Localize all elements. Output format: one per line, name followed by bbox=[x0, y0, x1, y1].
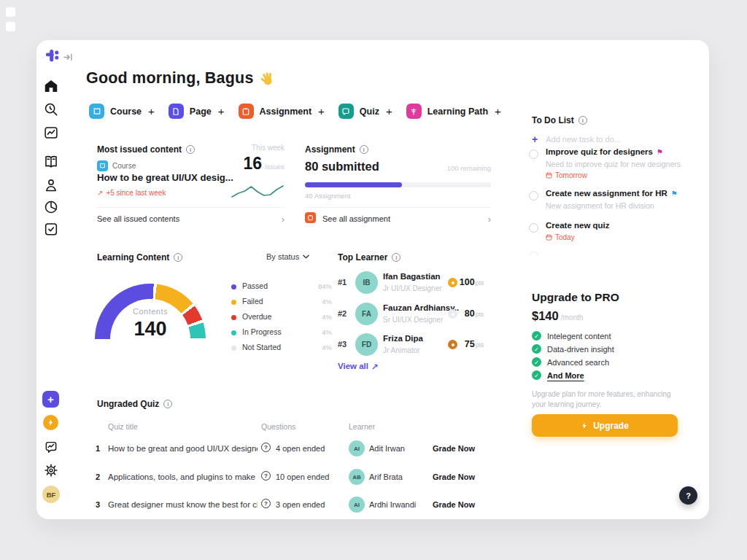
chevron-down-icon bbox=[303, 254, 309, 259]
grade-now-button[interactable]: Grade Now bbox=[433, 444, 475, 453]
top-learner-row: #3 FD Friza Dipa Jr Animator 75pts bbox=[338, 332, 484, 359]
app-logo-icon bbox=[44, 47, 61, 65]
lightning-icon bbox=[581, 422, 588, 429]
plus-icon: + bbox=[495, 105, 501, 117]
lightning-icon bbox=[47, 419, 55, 427]
help-button[interactable]: ? bbox=[679, 486, 697, 505]
most-issued-title: Most issued content bbox=[97, 144, 182, 155]
top-learner-row: #2 FA Fauzan Ardhiansy... Sr UI/UX Desig… bbox=[338, 302, 484, 328]
table-row: 3 Great designer must know the best for … bbox=[96, 496, 475, 515]
info-icon: i bbox=[186, 145, 195, 154]
plus-icon: + bbox=[318, 105, 325, 117]
create-learning-path-label: Learning Path bbox=[427, 106, 488, 117]
points: 80pts bbox=[465, 308, 484, 319]
status-filter-dropdown[interactable]: By status bbox=[266, 252, 309, 261]
nav-home-icon[interactable] bbox=[43, 78, 59, 94]
check-icon: ✓ bbox=[532, 357, 541, 367]
gauge-center-value: 140 bbox=[95, 318, 206, 341]
nav-reports-icon[interactable] bbox=[43, 199, 59, 215]
task-checkbox[interactable] bbox=[529, 191, 538, 201]
learning-path-icon bbox=[406, 104, 422, 119]
check-icon: ✓ bbox=[532, 331, 541, 341]
avatar: AB bbox=[349, 469, 365, 485]
assignment-card: Assignmenti 80 submitted 100 remaining 4… bbox=[305, 142, 491, 227]
flag-icon: ⚑ bbox=[657, 148, 663, 156]
collapse-sidebar-icon[interactable] bbox=[63, 52, 74, 63]
create-learning-path-button[interactable]: Learning Path + bbox=[406, 104, 501, 119]
course-icon bbox=[97, 160, 108, 171]
sidebar-add-button[interactable]: + bbox=[42, 391, 59, 408]
create-page-button[interactable]: Page + bbox=[169, 104, 225, 119]
trend-up-icon: ↗ bbox=[97, 189, 103, 197]
learning-content-title: Learning Content bbox=[97, 252, 169, 262]
nav-library-icon[interactable] bbox=[43, 154, 59, 170]
todo-item-partial bbox=[529, 252, 538, 256]
plus-icon: + bbox=[386, 105, 392, 117]
column-quiz-title: Quiz title bbox=[108, 422, 138, 431]
info-icon: i bbox=[163, 400, 172, 408]
sidebar-boost-button[interactable] bbox=[43, 415, 58, 430]
feature-item: ✓ Data-driven insight bbox=[532, 344, 614, 354]
issues-count: 16 issues bbox=[243, 154, 285, 174]
and-more-link[interactable]: And More bbox=[547, 371, 584, 380]
view-all-link[interactable]: View all ↗ bbox=[338, 362, 379, 372]
gauge-legend: Passed 84% Failed 4% Overdue 4% In Progr… bbox=[230, 281, 332, 357]
top-learner-title: Top Learner bbox=[338, 252, 387, 262]
nav-search-icon[interactable] bbox=[43, 101, 59, 117]
remaining-count: 100 remaining bbox=[447, 164, 491, 172]
legend-item: Failed 4% bbox=[230, 296, 332, 311]
user-avatar[interactable]: BF bbox=[42, 486, 60, 503]
assignment-title: Assignment bbox=[305, 144, 355, 155]
see-all-issued-link[interactable]: See all issued contents › bbox=[97, 207, 285, 227]
chevron-right-icon: › bbox=[488, 214, 491, 225]
upgrade-title: Upgrade to PRO bbox=[532, 291, 619, 304]
assignment-progress-fill bbox=[305, 182, 402, 187]
gold-medal-icon bbox=[448, 278, 457, 287]
task-checkbox[interactable] bbox=[529, 223, 538, 233]
task-checkbox[interactable] bbox=[529, 149, 538, 159]
create-page-label: Page bbox=[190, 106, 212, 117]
nav-people-icon[interactable] bbox=[43, 177, 59, 193]
upgrade-description: Upgrade plan for more features, enhancin… bbox=[532, 389, 686, 409]
assignment-icon bbox=[239, 104, 254, 119]
quiz-icon bbox=[338, 104, 354, 119]
calendar-icon bbox=[546, 234, 552, 241]
question-icon: ? bbox=[261, 499, 271, 508]
create-course-button[interactable]: Course + bbox=[89, 104, 155, 119]
check-icon: ✓ bbox=[532, 370, 541, 380]
plus-icon: + bbox=[148, 105, 155, 117]
add-task-input[interactable]: + Add new task to do... bbox=[532, 133, 621, 145]
feature-item: ✓ And More bbox=[532, 370, 584, 380]
create-quiz-button[interactable]: Quiz + bbox=[338, 104, 392, 119]
avatar: AI bbox=[349, 440, 365, 456]
todo-item: Create new quiz Today bbox=[529, 221, 704, 247]
legend-item: Passed 84% bbox=[230, 281, 332, 296]
feature-item: ✓ Intelegent content bbox=[532, 331, 611, 341]
nav-tasks-icon[interactable] bbox=[43, 221, 59, 237]
grade-now-button[interactable]: Grade Now bbox=[433, 500, 475, 509]
info-icon: i bbox=[174, 253, 182, 262]
question-icon: ? bbox=[261, 471, 271, 481]
issues-sparkline bbox=[231, 182, 285, 201]
upgrade-button[interactable]: Upgrade bbox=[532, 414, 678, 437]
ungraded-quiz-title: Ungraded Quiz bbox=[97, 399, 159, 409]
nav-analytics-icon[interactable] bbox=[43, 125, 59, 141]
grade-now-button[interactable]: Grade Now bbox=[433, 472, 475, 481]
bronze-medal-icon bbox=[448, 340, 457, 349]
nav-settings-icon[interactable] bbox=[44, 463, 58, 478]
avatar: FA bbox=[355, 303, 378, 325]
points: 75pts bbox=[465, 339, 484, 349]
silver-medal-icon bbox=[448, 309, 457, 319]
points: 100pts bbox=[460, 277, 484, 287]
table-row: 2 Applications, tools, and plugins to ma… bbox=[96, 468, 475, 487]
plus-icon: + bbox=[532, 133, 538, 145]
create-course-label: Course bbox=[110, 106, 142, 117]
assignment-total: 40 Assignment bbox=[305, 192, 350, 200]
create-assignment-button[interactable]: Assignment + bbox=[239, 104, 325, 119]
trend-label: ↗ +5 since last week bbox=[97, 189, 166, 197]
add-task-placeholder: Add new task to do... bbox=[546, 135, 621, 144]
due-date: Tomorrow bbox=[546, 171, 587, 179]
nav-feedback-icon[interactable] bbox=[44, 440, 58, 454]
most-issued-card: Most issued contenti This week Course Ho… bbox=[97, 142, 285, 227]
see-all-assignment-link[interactable]: See all assignment › bbox=[305, 207, 491, 227]
